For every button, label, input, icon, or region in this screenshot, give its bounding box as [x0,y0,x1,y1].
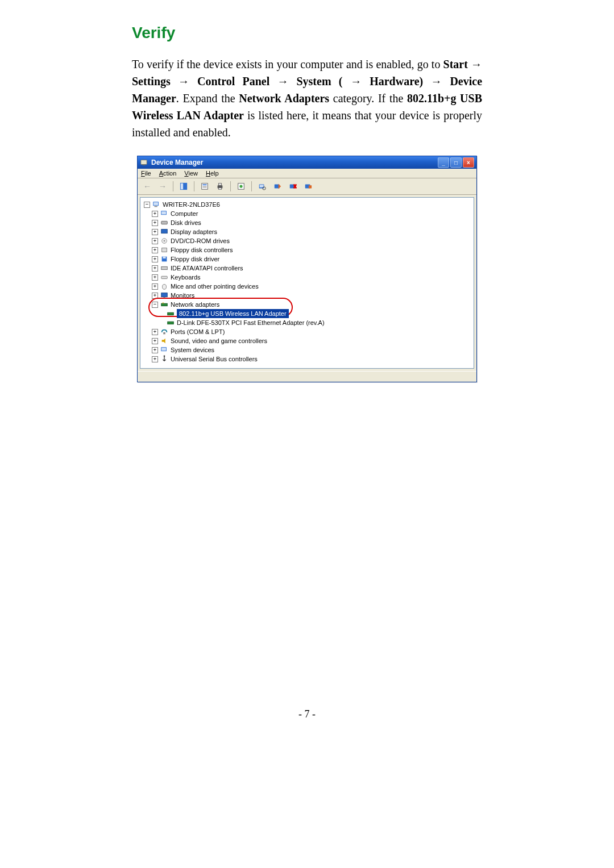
tree-item-network-adapters[interactable]: Network adapters [144,300,470,309]
svg-point-28 [164,240,165,242]
tree-item[interactable]: Monitors [144,291,470,300]
expand-icon[interactable] [152,356,158,362]
menu-view[interactable]: View [184,170,198,177]
enable-button[interactable] [302,180,314,193]
back-button[interactable]: ← [141,180,154,193]
tree-item[interactable]: DVD/CD-ROM drives [144,236,470,245]
print-button[interactable] [214,180,226,193]
expand-icon[interactable] [152,293,158,299]
tree-item[interactable]: Mice and other pointing devices [144,282,470,291]
expand-icon[interactable] [152,265,158,272]
svg-rect-24 [161,211,167,215]
tree-item-label: Disk drives [171,218,201,227]
window-controls: _ □ × [438,157,474,168]
tree-item[interactable]: Keyboards [144,273,470,282]
kw-network-adapters: Network Adapters [239,92,329,105]
collapse-icon[interactable] [144,202,150,208]
kw-hardware: Hardware) [370,75,423,87]
section-heading: Verify [132,24,482,42]
svg-rect-26 [161,229,168,233]
page-number: - 7 - [0,708,614,720]
tree-item[interactable]: Floppy disk controllers [144,245,470,254]
usb-icon [160,355,168,363]
keyboard-icon [160,273,168,281]
tree-root[interactable]: WRITER-2NLD37E6 [144,200,470,209]
svg-rect-21 [309,185,312,188]
window-title: Device Manager [151,158,438,166]
svg-rect-7 [203,187,207,188]
tree-item[interactable]: System devices [144,345,470,354]
menu-action[interactable]: Action [159,170,177,177]
selected-device-label: 802.11b+g USB Wireless LAN Adapter [177,309,289,318]
status-bar [138,371,476,382]
tree-item-label: DVD/CD-ROM drives [171,236,230,245]
tree-item-label: Monitors [171,291,194,300]
app-icon [140,158,148,166]
separator [173,181,173,191]
scan-hardware-button[interactable] [256,180,268,193]
svg-rect-25 [161,221,168,224]
properties-button[interactable] [198,180,211,193]
tree-item-label: Display adapters [171,227,217,236]
tree-item[interactable]: Computer [144,209,470,218]
sound-icon [160,337,168,345]
disable-button[interactable] [287,180,299,193]
svg-rect-43 [161,348,167,351]
monitor-icon [160,291,168,299]
tree-item-ethernet-adapter[interactable]: D-Link DFE-530TX PCI Fast Ethernet Adapt… [144,318,470,327]
minimize-button[interactable]: _ [438,157,449,168]
expand-icon[interactable] [152,220,158,226]
toolbar: ← → [138,178,476,195]
tree-item[interactable]: Ports (COM & LPT) [144,327,470,336]
tree-item[interactable]: Sound, video and game controllers [144,336,470,345]
display-icon [160,228,168,236]
forward-button[interactable]: → [156,180,169,193]
svg-rect-29 [162,248,167,252]
expand-icon[interactable] [152,329,158,335]
svg-point-34 [163,285,167,290]
collapse-icon[interactable] [152,302,158,308]
tree-item-label: Mice and other pointing devices [171,282,259,291]
expand-icon[interactable] [152,256,158,262]
svg-rect-40 [168,322,174,324]
tree-item-label: Floppy disk driver [171,254,219,264]
tree-item[interactable]: Universal Serial Bus controllers [144,354,470,364]
close-button[interactable]: × [463,157,474,168]
tree-item-label: Network adapters [171,300,219,309]
screenshot-wrapper: Device Manager _ □ × File Action View He… [132,156,482,382]
device-tree-pane[interactable]: WRITER-2NLD37E6 Computer Disk drives Dis… [140,197,474,369]
tree-item[interactable]: Display adapters [144,227,470,236]
device-tree: WRITER-2NLD37E6 Computer Disk drives Dis… [140,198,474,366]
kw-system: System ( [296,75,342,87]
expand-icon[interactable] [152,247,158,253]
text: . [176,92,183,105]
expand-icon[interactable] [152,274,158,281]
tree-item[interactable]: IDE ATA/ATAPI controllers [144,264,470,273]
expand-icon[interactable] [152,347,158,353]
tree-item[interactable]: Disk drives [144,218,470,227]
expand-icon[interactable] [152,338,158,344]
floppy-ctrl-icon [160,246,168,254]
tree-item-wireless-adapter[interactable]: 802.11b+g USB Wireless LAN Adapter [144,309,470,318]
expand-icon[interactable] [152,283,158,290]
svg-rect-37 [161,303,168,306]
disk-icon [160,219,168,227]
expand-icon[interactable] [152,238,158,244]
maximize-button[interactable]: □ [450,157,462,168]
svg-rect-36 [163,298,165,298]
menu-file[interactable]: File [141,170,151,177]
tree-item[interactable]: Floppy disk driver [144,254,470,264]
separator [230,181,231,191]
menu-help[interactable]: Help [206,170,219,177]
tree-item-label: D-Link DFE-530TX PCI Fast Ethernet Adapt… [177,318,325,327]
show-hide-tree-button[interactable] [177,180,190,193]
expand-icon[interactable] [152,229,158,235]
arrow-icon: → [277,75,297,87]
svg-rect-14 [260,185,264,187]
uninstall-button[interactable] [271,180,284,193]
update-driver-button[interactable] [235,180,247,193]
svg-rect-23 [155,206,157,207]
mouse-icon [160,282,168,290]
kw-control-panel: Control Panel [197,75,269,87]
expand-icon[interactable] [152,211,158,217]
